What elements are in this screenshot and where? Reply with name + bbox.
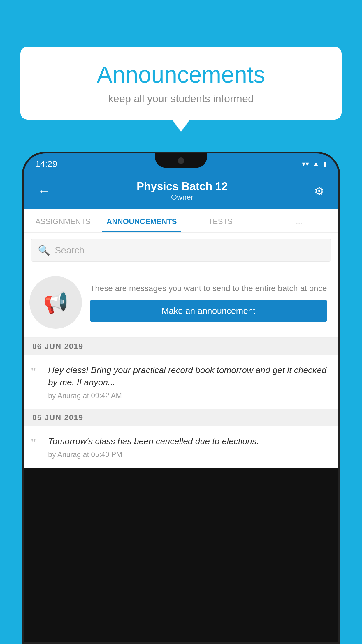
bubble-subtitle: keep all your students informed — [38, 93, 324, 105]
announce-description: These are messages you want to send to t… — [90, 283, 327, 294]
search-placeholder: Search — [55, 245, 84, 256]
announcement-promo: 📢 These are messages you want to send to… — [24, 267, 338, 338]
app-header: ← Physics Batch 12 Owner ⚙ — [24, 174, 338, 209]
search-bar[interactable]: 🔍 Search — [31, 239, 331, 262]
tab-tests[interactable]: TESTS — [181, 209, 260, 232]
quote-icon-1: " — [31, 365, 42, 379]
search-bar-wrap: 🔍 Search — [24, 233, 338, 267]
date-divider-1: 06 JUN 2019 — [24, 338, 338, 355]
announcement-text-1: Hey class! Bring your practical record b… — [48, 364, 330, 388]
settings-button[interactable]: ⚙ — [312, 182, 327, 200]
announcement-content-2: Tomorrow's class has been cancelled due … — [48, 435, 330, 459]
megaphone-icon: 📢 — [43, 290, 68, 314]
content-area: 🔍 Search 📢 These are messages you want t… — [24, 233, 338, 468]
batch-title: Physics Batch 12 — [137, 180, 228, 193]
megaphone-circle: 📢 — [29, 276, 82, 329]
tabs-bar: ASSIGNMENTS ANNOUNCEMENTS TESTS ... — [24, 209, 338, 233]
camera-dot — [178, 158, 184, 164]
tab-more[interactable]: ... — [260, 209, 338, 232]
tab-announcements[interactable]: ANNOUNCEMENTS — [102, 209, 181, 232]
status-icons: ▾▾ ▲ ▮ — [302, 160, 327, 168]
status-time: 14:29 — [35, 159, 57, 169]
announcement-meta-2: by Anurag at 05:40 PM — [48, 450, 330, 459]
battery-icon: ▮ — [323, 160, 327, 168]
back-button[interactable]: ← — [35, 181, 53, 201]
notch — [155, 153, 207, 168]
batch-subtitle: Owner — [137, 193, 228, 202]
header-center: Physics Batch 12 Owner — [137, 180, 228, 202]
date-divider-2: 05 JUN 2019 — [24, 409, 338, 426]
announcement-item-1[interactable]: " Hey class! Bring your practical record… — [24, 355, 338, 409]
speech-bubble: Announcements keep all your students inf… — [20, 47, 342, 120]
tab-assignments[interactable]: ASSIGNMENTS — [24, 209, 102, 232]
quote-icon-2: " — [31, 436, 42, 450]
bubble-title: Announcements — [38, 61, 324, 88]
search-icon: 🔍 — [38, 244, 50, 256]
announce-right: These are messages you want to send to t… — [90, 283, 327, 322]
announcement-meta-1: by Anurag at 09:42 AM — [48, 391, 330, 400]
make-announcement-button[interactable]: Make an announcement — [90, 300, 327, 322]
status-bar: 14:29 ▾▾ ▲ ▮ — [24, 153, 338, 174]
wifi-icon: ▾▾ — [302, 160, 309, 168]
announcement-content-1: Hey class! Bring your practical record b… — [48, 364, 330, 400]
announcement-text-2: Tomorrow's class has been cancelled due … — [48, 435, 330, 447]
announcement-item-2[interactable]: " Tomorrow's class has been cancelled du… — [24, 426, 338, 468]
phone-frame: 14:29 ▾▾ ▲ ▮ ← Physics Batch 12 Owner ⚙ … — [22, 152, 340, 644]
speech-bubble-container: Announcements keep all your students inf… — [20, 47, 342, 120]
signal-icon: ▲ — [312, 160, 319, 168]
